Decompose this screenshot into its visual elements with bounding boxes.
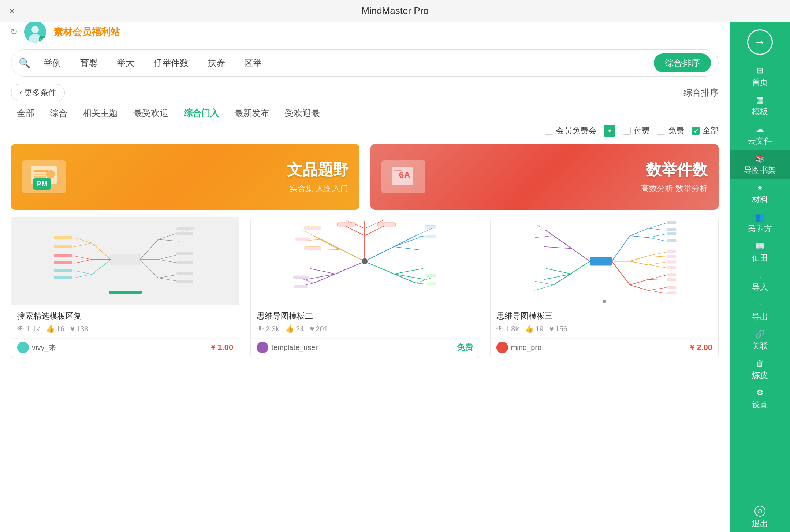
author-name-3: mind_pro <box>511 343 541 352</box>
sidebar-label-mindmap: 导图书架 <box>744 165 776 176</box>
avatar[interactable] <box>24 22 46 43</box>
sidebar-item-related[interactable]: 🔗 关联 <box>730 326 790 355</box>
stat-favorites-2: ♥ 201 <box>310 325 328 333</box>
banner-orange-subtitle: 实合集 人图入门 <box>287 183 349 194</box>
cat-tab-entry[interactable]: 综合门入 <box>178 105 225 121</box>
more-filters-label: 更多条件 <box>24 87 56 98</box>
sidebar-item-mindmap[interactable]: 📚 导图书架 <box>730 150 790 179</box>
cat-tab-all[interactable]: 全部 <box>11 105 40 121</box>
close-btn[interactable]: ✕ <box>7 7 16 15</box>
author-avatar-2 <box>257 342 268 353</box>
search-button[interactable]: 综合排序 <box>654 53 711 72</box>
cat-tab-comprehensive[interactable]: 综合 <box>44 105 73 121</box>
svg-rect-38 <box>176 280 193 283</box>
cat-tab-popular2[interactable]: 受欢迎最 <box>279 105 326 121</box>
recycle-icon: 🗑 <box>756 359 764 368</box>
template-footer-2: template_user 免费 <box>251 338 478 358</box>
template-author-1: vivy_来 <box>17 342 56 353</box>
cat-tab-popular[interactable]: 最受欢迎 <box>127 105 174 121</box>
svg-rect-5 <box>34 174 45 175</box>
checkbox-paid[interactable] <box>623 127 631 135</box>
search-tag-3[interactable]: 仔举件数 <box>148 56 194 70</box>
checkbox-free[interactable] <box>657 127 665 135</box>
template-price-3: ¥ 2.00 <box>690 343 712 352</box>
search-tag-0[interactable]: 举例 <box>38 56 67 70</box>
sidebar-label-import: 导入 <box>752 282 768 293</box>
check-all[interactable]: 全部 <box>692 125 719 136</box>
checkbox-all[interactable] <box>692 127 700 135</box>
svg-rect-12 <box>111 254 140 265</box>
sidebar-label-home: 首页 <box>752 77 768 88</box>
search-tag-1[interactable]: 育婴 <box>74 56 104 70</box>
banner-product-design[interactable]: PM 文品题野 实合集 人图入门 <box>11 144 359 210</box>
sidebar-label-recycle: 炼皮 <box>752 370 768 381</box>
svg-rect-34 <box>176 232 193 235</box>
search-icon: 🔍 <box>19 57 30 69</box>
svg-rect-10 <box>394 170 402 171</box>
check-paid[interactable]: 付费 <box>623 125 650 136</box>
checkbox-member-free[interactable] <box>545 127 553 135</box>
community-icon: 👥 <box>755 212 765 222</box>
dropdown-button[interactable]: ▾ <box>604 125 615 137</box>
svg-text:6A: 6A <box>399 170 410 180</box>
more-filters-btn[interactable]: ‹ 更多条件 <box>11 84 65 101</box>
sidebar-label-settings: 设置 <box>752 399 768 410</box>
svg-rect-118 <box>667 286 676 289</box>
banner-red-title: 数举件数 <box>641 160 708 180</box>
sidebar-item-logout[interactable]: ⊖ 退出 <box>730 503 790 532</box>
template-card-3[interactable]: 思维导图模板三 👁 1.8k 👍 19 ♥ 156 <box>490 217 719 358</box>
sidebar-item-template[interactable]: ▦ 模板 <box>730 92 790 121</box>
eye-icon-2: 👁 <box>257 325 264 333</box>
cat-tab-related[interactable]: 相关主题 <box>77 105 124 121</box>
brand-label[interactable]: 素材会员福利站 <box>53 26 120 38</box>
sidebar-arrow-button[interactable]: → <box>730 22 790 62</box>
template-card-2[interactable]: 思维导图模板二 👁 2.3k 👍 24 ♥ 201 <box>250 217 479 358</box>
check-all-label: 全部 <box>703 125 719 136</box>
search-tag-2[interactable]: 举大 <box>111 56 140 70</box>
arrow-circle: → <box>747 29 773 55</box>
eye-icon-3: 👁 <box>496 325 504 333</box>
sidebar-item-cloud[interactable]: ☁ 云文件 <box>730 121 790 150</box>
sidebar-item-import[interactable]: ↓ 导入 <box>730 267 790 297</box>
svg-point-130 <box>603 300 606 303</box>
sidebar-item-collect[interactable]: ★ 材料 <box>730 179 790 209</box>
template-card-1[interactable]: 搜索精选模板区复 👁 1.1k 👍 16 ♥ 138 <box>11 217 239 358</box>
cat-tabs-main: 全部 综合 相关主题 最受欢迎 综合门入 最新发布 受欢迎最 <box>11 105 719 121</box>
sidebar-item-community[interactable]: 👥 民养方 <box>730 209 790 238</box>
svg-rect-113 <box>667 255 676 258</box>
svg-rect-4 <box>34 170 48 172</box>
template-name-2: 思维导图模板二 <box>257 310 473 321</box>
template-author-3: mind_pro <box>496 342 541 353</box>
search-tag-4[interactable]: 扶养 <box>202 56 231 70</box>
template-info-3: 思维导图模板三 👁 1.8k 👍 19 ♥ 156 <box>491 305 718 338</box>
banner-orange-text: 文品题野 实合集 人图入门 <box>287 160 349 194</box>
stat-likes-1: 👍 16 <box>46 324 64 333</box>
check-member-free[interactable]: 会员免费会 <box>545 125 596 136</box>
sidebar-label-template: 模板 <box>752 106 768 117</box>
refresh-icon[interactable]: ↻ <box>7 25 21 38</box>
import-icon: ↓ <box>758 271 762 280</box>
svg-rect-40 <box>54 245 72 248</box>
search-input[interactable] <box>275 58 646 68</box>
sidebar-item-home[interactable]: ⊞ 首页 <box>730 62 790 92</box>
author-avatar-1 <box>17 342 29 353</box>
maximize-btn[interactable]: □ <box>23 7 32 15</box>
search-tag-5[interactable]: 区举 <box>238 56 268 70</box>
banner-template-library[interactable]: 6A 数举件数 高效分析 数举分析 <box>370 144 719 210</box>
sort-label[interactable]: 综合排序 <box>683 87 719 98</box>
sidebar-item-export[interactable]: ↑ 导出 <box>730 297 790 326</box>
stat-views-2: 👁 2.3k <box>257 325 279 333</box>
template-footer-3: mind_pro ¥ 2.00 <box>491 338 718 358</box>
stat-views-1: 👁 1.1k <box>17 325 40 333</box>
sidebar-item-settings[interactable]: ⚙ 设置 <box>730 384 790 414</box>
sidebar-item-recycle[interactable]: 🗑 炼皮 <box>730 355 790 384</box>
topbar: ↻ 素材会员福利站 <box>0 22 730 42</box>
cat-tab-newest[interactable]: 最新发布 <box>228 105 275 121</box>
check-free[interactable]: 免费 <box>657 125 684 136</box>
minimize-btn[interactable]: ─ <box>40 7 48 15</box>
search-section: 🔍 举例 育婴 举大 仔举件数 扶养 区举 综合排序 <box>0 42 730 80</box>
svg-point-46 <box>17 342 29 353</box>
svg-rect-78 <box>295 238 310 241</box>
sidebar-item-study[interactable]: 📖 仙田 <box>730 238 790 267</box>
settings-icon: ⚙ <box>756 388 764 398</box>
